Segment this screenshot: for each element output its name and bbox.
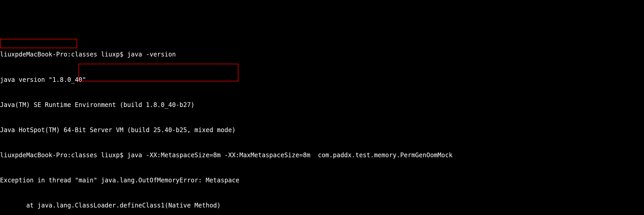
highlight-box-java-version [0,39,77,48]
terminal-line-3: Java HotSpot(TM) 64-Bit Server VM (build… [0,126,644,134]
terminal-line-6: at java.lang.ClassLoader.defineClass1(Na… [0,201,644,210]
terminal-line-1: java version "1.8.0_40" [0,76,644,84]
terminal-window[interactable]: liuxpdeMacBook-Pro:classes liuxp$ java -… [0,34,644,215]
terminal-line-4: liuxpdeMacBook-Pro:classes liuxp$ java -… [0,151,644,159]
terminal-line-0: liuxpdeMacBook-Pro:classes liuxp$ java -… [0,50,644,59]
terminal-line-2: Java(TM) SE Runtime Environment (build 1… [0,101,644,109]
terminal-line-5: Exception in thread "main" java.lang.Out… [0,176,644,184]
